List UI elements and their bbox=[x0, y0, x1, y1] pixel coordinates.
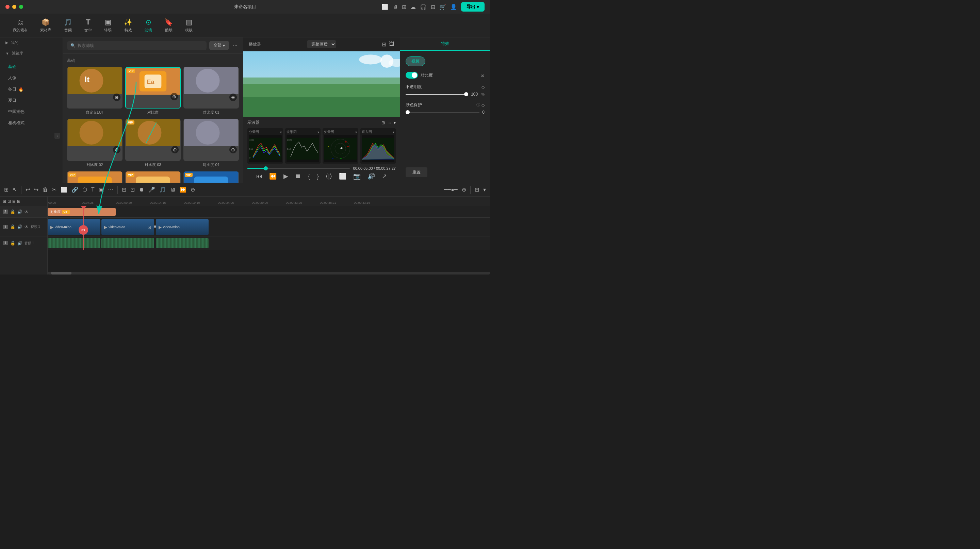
video-track-lock-icon[interactable]: 🔓 bbox=[10, 224, 15, 229]
toolbar-my-assets[interactable]: 🗂 我的素材 bbox=[7, 16, 34, 35]
mic-icon[interactable]: 🎤 bbox=[148, 186, 155, 193]
forward-icon[interactable]: ⏩ bbox=[180, 186, 186, 193]
multi-select-icon[interactable]: ⊞ bbox=[4, 186, 8, 193]
in-point-button[interactable]: { bbox=[308, 173, 310, 180]
filter-clip-contrast[interactable]: 对比度 VIP bbox=[48, 208, 116, 216]
minus-icon[interactable]: ⊖ bbox=[191, 186, 195, 193]
timeline-more-1[interactable]: ⊟ bbox=[122, 186, 126, 193]
cut-icon[interactable]: ✂ bbox=[52, 186, 56, 193]
grid-layout-icon[interactable]: ⊞ bbox=[382, 41, 386, 48]
filter-track-eye-icon[interactable]: 👁 bbox=[24, 209, 29, 214]
filter-item-contrast-02[interactable]: ⊕ 对比度 02 bbox=[67, 119, 123, 168]
skin-slider[interactable] bbox=[406, 112, 479, 113]
filter-item-contrast-03[interactable]: VIP ⊕ 对比度 03 bbox=[125, 119, 181, 168]
cart-icon[interactable]: 🛒 bbox=[439, 4, 446, 10]
opacity-thumb[interactable] bbox=[464, 92, 468, 96]
screenshot-button[interactable]: 📷 bbox=[353, 173, 361, 180]
toolbar-templates[interactable]: ▤ 模板 bbox=[179, 16, 199, 35]
image-layout-icon[interactable]: 🖼 bbox=[389, 41, 395, 48]
play-button[interactable]: ▶ bbox=[283, 173, 288, 180]
scrollbar-thumb[interactable] bbox=[51, 272, 72, 274]
rewind-button[interactable]: ⏮ bbox=[256, 173, 262, 180]
copy-icon[interactable]: ⊡ bbox=[480, 73, 485, 78]
add-contrast04-icon[interactable]: ⊕ bbox=[229, 146, 237, 153]
contrast-toggle[interactable] bbox=[406, 72, 418, 79]
histogram-chevron[interactable]: ▾ bbox=[393, 130, 395, 134]
component-chevron[interactable]: ▾ bbox=[280, 130, 282, 134]
screen-share-icon[interactable]: ⬜ bbox=[382, 4, 388, 10]
sidebar-item-summer[interactable]: 夏日 bbox=[0, 95, 63, 106]
headphone-icon[interactable]: 🎧 bbox=[420, 4, 427, 10]
mask-icon[interactable]: ⬡ bbox=[82, 186, 87, 193]
add-contrast-icon[interactable]: ⊕ bbox=[170, 93, 178, 100]
music-icon[interactable]: 🎵 bbox=[159, 186, 166, 193]
audio-clip-3[interactable] bbox=[156, 238, 208, 248]
prev-frame-button[interactable]: ⏪ bbox=[269, 173, 277, 180]
timeline-more-2[interactable]: ⊡ bbox=[130, 186, 135, 193]
sidebar-item-portrait[interactable]: 人像 bbox=[0, 73, 63, 84]
video-clip-2[interactable]: ▶ video-miao ⊡ bbox=[102, 219, 154, 235]
add-custom-lut-icon[interactable]: ⊕ bbox=[113, 94, 121, 101]
close-button[interactable] bbox=[5, 5, 10, 9]
screen-icon[interactable]: 🖥 bbox=[170, 187, 176, 193]
export-button[interactable]: 导出 ▾ bbox=[461, 2, 485, 11]
cloud-icon[interactable]: ☁ bbox=[410, 4, 416, 10]
tab-effects[interactable]: 特效 bbox=[400, 37, 490, 51]
toolbar-audio[interactable]: 🎵 音频 bbox=[57, 16, 78, 35]
sidebar-item-basic[interactable]: 基础 bbox=[0, 61, 63, 73]
video-track-audio-icon[interactable]: 🔊 bbox=[18, 224, 22, 229]
toolbar-asset-library[interactable]: 📦 素材库 bbox=[34, 16, 57, 35]
zoom-slider-icon[interactable]: ━━●━ bbox=[444, 186, 458, 193]
skin-keyframe-icon[interactable]: ◇ bbox=[482, 103, 485, 108]
sidebar-item-camera[interactable]: 相机模式 bbox=[0, 117, 63, 129]
filter-item-8[interactable]: VIP ⊕ bbox=[125, 171, 181, 183]
filter-item-contrast-04[interactable]: ⊕ 对比度 04 bbox=[183, 119, 239, 168]
magnet-icon[interactable]: ⊡ bbox=[8, 199, 11, 204]
minimize-button[interactable] bbox=[12, 5, 16, 9]
layout-chevron-icon[interactable]: ▾ bbox=[483, 186, 486, 193]
scissors-marker[interactable]: ✂ bbox=[79, 225, 88, 235]
more-tools-icon[interactable]: ⋯ bbox=[108, 186, 113, 193]
quality-select[interactable]: 完整画质 高画质 标准画质 bbox=[307, 40, 336, 48]
redo-icon[interactable]: ↪ bbox=[34, 186, 38, 193]
progress-thumb[interactable] bbox=[264, 166, 268, 170]
filter-item-7[interactable]: VIP ⊕ bbox=[67, 171, 123, 183]
vectorscope-chevron[interactable]: ▾ bbox=[355, 130, 357, 134]
undo-icon[interactable]: ↩ bbox=[25, 186, 30, 193]
scope-chevron-icon[interactable]: ▾ bbox=[394, 121, 396, 125]
audio-clip-1[interactable] bbox=[48, 238, 100, 248]
audio-track-lock-icon[interactable]: 🔓 bbox=[10, 241, 15, 246]
link-icon[interactable]: 🔗 bbox=[72, 186, 78, 193]
layout-icon[interactable]: ⊟ bbox=[431, 4, 435, 10]
audio-button[interactable]: 🔊 bbox=[368, 173, 375, 180]
waveform-chevron[interactable]: ▾ bbox=[318, 130, 319, 134]
filter-library-header[interactable]: ▼ 滤镜库 bbox=[0, 48, 63, 59]
add-contrast03-icon[interactable]: ⊕ bbox=[171, 146, 179, 153]
video-clip-3[interactable]: ▶ video-miao bbox=[156, 219, 208, 235]
sidebar-item-winter[interactable]: 冬日 🔥 bbox=[0, 84, 63, 95]
stop-button[interactable]: ⏹ bbox=[295, 173, 301, 180]
progress-bar[interactable] bbox=[247, 168, 350, 169]
filter-item-contrast-01[interactable]: ⊕ 对比度 01 bbox=[183, 67, 239, 116]
group-icon[interactable]: ⊞ bbox=[17, 199, 21, 204]
more-button[interactable]: ↗ bbox=[382, 173, 387, 180]
monitor-icon[interactable]: 🖥 bbox=[392, 4, 398, 10]
sub-tab-video[interactable]: 视频 bbox=[406, 57, 425, 66]
user-icon[interactable]: 👤 bbox=[450, 4, 457, 10]
text-tool-icon[interactable]: T bbox=[91, 187, 95, 193]
cursor-icon[interactable]: ↖ bbox=[13, 186, 17, 193]
video-track-eye-icon[interactable]: 👁 bbox=[24, 224, 29, 229]
audio-track-audio-icon[interactable]: 🔊 bbox=[18, 241, 22, 246]
maximize-button[interactable] bbox=[19, 5, 23, 9]
opacity-slider[interactable] bbox=[406, 94, 468, 95]
filter-search-input[interactable] bbox=[78, 43, 203, 48]
layout-icon[interactable]: ⊟ bbox=[475, 186, 479, 193]
opacity-keyframe-icon[interactable]: ◇ bbox=[482, 85, 485, 89]
crop-icon[interactable]: ⬜ bbox=[60, 186, 67, 193]
delete-icon[interactable]: 🗑 bbox=[43, 187, 48, 193]
skin-thumb[interactable] bbox=[406, 110, 410, 114]
collapse-sidebar-icon[interactable]: ‹ bbox=[54, 133, 60, 139]
timeline-right[interactable]: 00:00 00:04:25 00:00:09:20 00:00:14:15 0… bbox=[48, 197, 490, 274]
filter-track-lock-icon[interactable]: 🔓 bbox=[10, 209, 15, 214]
sidebar-item-chinese[interactable]: 中国潮色 bbox=[0, 106, 63, 117]
